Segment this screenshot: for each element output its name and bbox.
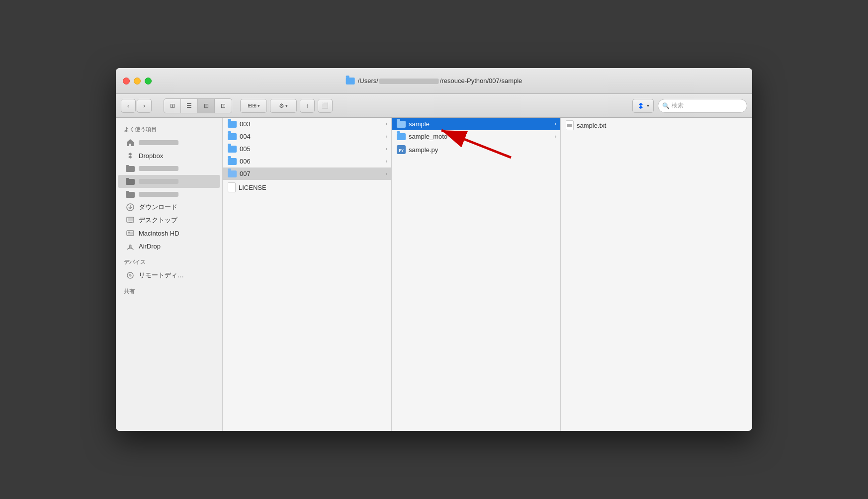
sidebar-item-remote[interactable]: リモートディ… (118, 269, 220, 282)
airdrop-icon (126, 242, 135, 250)
view-buttons: ⊞ ☰ ⊟ ⊡ (164, 98, 232, 113)
sidebar-item-dropbox[interactable]: Dropbox (118, 149, 220, 162)
sidebar-item-folder1[interactable] (118, 162, 220, 175)
download-icon (126, 203, 135, 212)
gallery-view-button[interactable]: ⊡ (215, 99, 232, 113)
svg-rect-4 (126, 178, 129, 180)
chevron-right-icon: › (555, 121, 556, 127)
dropbox-icon (637, 102, 645, 110)
text-file-icon (566, 120, 574, 130)
chevron-right-icon: › (386, 134, 387, 139)
file-license[interactable]: LICENSE (223, 180, 391, 195)
folder-icon (228, 133, 237, 140)
file-sample-txt[interactable]: sample.txt (561, 118, 752, 133)
folder-sample-moto[interactable]: sample_moto › (392, 130, 560, 143)
folder-003[interactable]: 003 › (223, 118, 391, 130)
file-column-1: 003 › 004 › 005 › 006 › (223, 118, 392, 431)
sidebar-item-airdrop[interactable]: AirDrop (118, 240, 220, 252)
maximize-button[interactable] (145, 78, 152, 84)
svg-rect-9 (128, 218, 133, 221)
arrange-button[interactable]: ⊞⊞▾ (240, 99, 267, 113)
title-bar: /Users//resouce-Python/007/sample (116, 68, 752, 94)
minimize-button[interactable] (134, 78, 141, 84)
sidebar: よく使う項目 Dropbox (116, 118, 223, 431)
share-button[interactable]: ↑ (300, 99, 315, 113)
sidebar-item-home[interactable] (118, 136, 220, 149)
svg-rect-2 (126, 165, 129, 167)
remote-icon (126, 271, 135, 280)
python-file-icon: py (397, 145, 406, 154)
favorites-label: よく使う項目 (116, 124, 222, 136)
traffic-lights (123, 78, 152, 84)
main-content: よく使う項目 Dropbox (116, 118, 752, 431)
action-button[interactable]: ⚙▾ (270, 99, 297, 113)
finder-window: /Users//resouce-Python/007/sample ‹ › ⊞ … (116, 68, 752, 431)
back-button[interactable]: ‹ (121, 99, 136, 113)
folder-sample[interactable]: sample › (392, 118, 560, 130)
folder-icon (228, 170, 237, 177)
toolbar-extra-buttons: ⊞⊞▾ ⚙▾ ↑ ⬜ (240, 99, 333, 113)
sidebar-item-downloads[interactable]: ダウンロード (118, 201, 220, 214)
chevron-right-icon: › (386, 159, 387, 164)
folder-005[interactable]: 005 › (223, 143, 391, 155)
svg-point-16 (130, 275, 131, 276)
sidebar-item-folder3[interactable] (118, 188, 220, 201)
file-sample-py[interactable]: py sample.py (392, 143, 560, 157)
sidebar-label-macintosh: Macintosh HD (139, 230, 179, 237)
file-name: LICENSE (239, 184, 386, 191)
sidebar-label-downloads: ダウンロード (139, 203, 177, 212)
svg-marker-0 (128, 153, 132, 159)
forward-button[interactable]: › (137, 99, 152, 113)
close-button[interactable] (123, 78, 130, 84)
column-view-button[interactable]: ⊟ (198, 99, 215, 113)
chevron-right-icon: › (555, 134, 556, 139)
dropbox-toolbar-button[interactable]: ▾ (632, 99, 654, 113)
devices-label: デバイス (116, 256, 222, 269)
svg-rect-12 (128, 232, 130, 233)
sidebar-item-macintosh-hd[interactable]: Macintosh HD (118, 227, 220, 240)
sidebar-item-folder2[interactable] (118, 175, 220, 188)
folder-icon (397, 133, 406, 140)
folder-006[interactable]: 006 › (223, 155, 391, 167)
file-name: 005 (240, 145, 386, 153)
list-view-button[interactable]: ☰ (181, 99, 198, 113)
icon-view-button[interactable]: ⊞ (164, 99, 181, 113)
search-icon: 🔍 (662, 102, 670, 109)
svg-rect-6 (126, 191, 129, 193)
folder2-icon (126, 177, 135, 186)
file-name: sample.txt (577, 122, 747, 129)
folder-004[interactable]: 004 › (223, 130, 391, 143)
sidebar-label-home (139, 140, 178, 145)
sidebar-item-desktop[interactable]: デスクトップ (118, 214, 220, 227)
sidebar-label-folder3 (139, 192, 178, 197)
sidebar-label-airdrop: AirDrop (139, 243, 161, 250)
sidebar-label-folder2 (139, 179, 178, 184)
title-folder-icon (346, 78, 355, 84)
folder-007[interactable]: 007 › (223, 167, 391, 180)
tag-button[interactable]: ⬜ (318, 99, 333, 113)
folder-icon (228, 158, 237, 165)
nav-buttons: ‹ › (121, 99, 152, 113)
sidebar-label-remote: リモートディ… (139, 271, 184, 280)
folder-icon (228, 146, 237, 153)
file-name: 003 (240, 120, 386, 128)
toolbar: ‹ › ⊞ ☰ ⊟ ⊡ ⊞⊞▾ ⚙▾ ↑ ⬜ (116, 94, 752, 118)
sidebar-label-desktop: デスクトップ (139, 216, 177, 225)
sidebar-label-dropbox: Dropbox (139, 152, 163, 160)
file-name: 006 (240, 158, 386, 165)
file-name: 007 (240, 170, 386, 177)
home-icon (126, 138, 135, 147)
chevron-right-icon: › (386, 121, 387, 127)
file-name: sample (409, 120, 555, 128)
chevron-right-icon: › (386, 171, 387, 176)
file-icon (228, 182, 236, 192)
folder3-icon (126, 190, 135, 199)
file-name: sample.py (409, 146, 555, 154)
sidebar-label-folder1 (139, 166, 178, 171)
columns-area: 003 › 004 › 005 › 006 › (223, 118, 752, 431)
search-box[interactable]: 🔍 検索 (658, 99, 747, 113)
chevron-right-icon: › (386, 146, 387, 152)
file-column-2: sample › sample_moto › py sample.py (392, 118, 561, 431)
shared-label: 共有 (116, 286, 222, 298)
search-placeholder: 検索 (672, 101, 684, 110)
